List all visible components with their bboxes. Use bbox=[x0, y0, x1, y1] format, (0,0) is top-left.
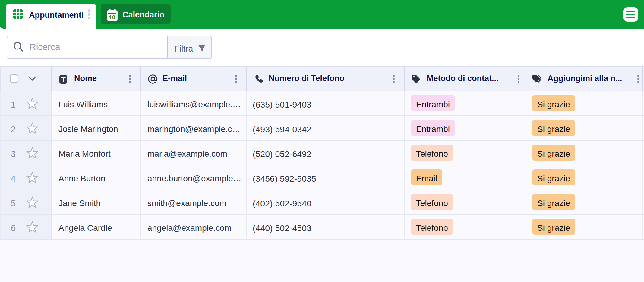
svg-text:10: 10 bbox=[109, 14, 115, 20]
